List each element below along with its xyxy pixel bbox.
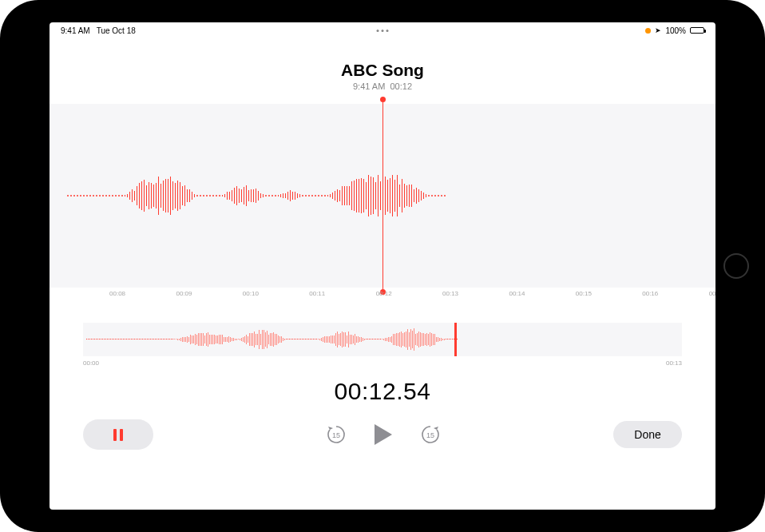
recording-title[interactable]: ABC Song bbox=[50, 61, 715, 80]
done-button[interactable]: Done bbox=[613, 421, 682, 448]
ruler-tick: 00:16 bbox=[642, 290, 658, 297]
pause-record-button[interactable] bbox=[83, 419, 153, 450]
ruler-tick: 00:10 bbox=[243, 290, 259, 297]
overview-end-label: 00:13 bbox=[666, 359, 682, 367]
ipad-frame: 9:41 AM Tue Oct 18 ➤ 100% ABC Song 9:41 … bbox=[0, 0, 765, 532]
waveform-overview[interactable] bbox=[83, 323, 682, 356]
battery-icon bbox=[690, 27, 704, 34]
playback-controls: 15 15 Done bbox=[50, 405, 715, 469]
ruler-tick: 00:12 bbox=[376, 290, 392, 297]
status-date: Tue Oct 18 bbox=[97, 26, 136, 35]
svg-text:15: 15 bbox=[332, 431, 340, 439]
skip-forward-icon: 15 bbox=[419, 423, 442, 446]
ruler-tick: 00:17 bbox=[709, 290, 715, 297]
done-label: Done bbox=[634, 428, 660, 441]
ruler-tick: 00:09 bbox=[176, 290, 192, 297]
status-time: 9:41 AM bbox=[61, 26, 90, 35]
home-button[interactable] bbox=[723, 253, 749, 279]
skip-back-icon: 15 bbox=[325, 423, 347, 446]
ruler-tick: 07 bbox=[50, 290, 50, 297]
pause-icon bbox=[113, 429, 123, 441]
overview-start-label: 00:00 bbox=[83, 359, 99, 367]
ruler-tick: 00:14 bbox=[509, 290, 525, 297]
svg-text:15: 15 bbox=[426, 431, 434, 439]
play-button[interactable] bbox=[375, 424, 392, 445]
play-icon bbox=[375, 424, 392, 445]
skip-forward-15-button[interactable]: 15 bbox=[419, 423, 442, 446]
skip-back-15-button[interactable]: 15 bbox=[325, 423, 347, 446]
ruler-tick: 00:15 bbox=[576, 290, 592, 297]
recording-header: ABC Song 9:41 AM 00:12 bbox=[50, 38, 715, 104]
time-ruler: 0700:0800:0900:1000:1100:1200:1300:1400:… bbox=[50, 288, 715, 304]
recording-indicator-icon bbox=[645, 28, 651, 34]
waveform-main[interactable] bbox=[50, 104, 715, 288]
screen: 9:41 AM Tue Oct 18 ➤ 100% ABC Song 9:41 … bbox=[50, 22, 715, 510]
multitask-indicator[interactable] bbox=[377, 30, 389, 32]
location-icon: ➤ bbox=[655, 26, 661, 34]
playhead[interactable] bbox=[382, 99, 383, 292]
ruler-tick: 00:08 bbox=[109, 290, 125, 297]
recording-subtitle: 9:41 AM 00:12 bbox=[50, 81, 715, 91]
status-bar: 9:41 AM Tue Oct 18 ➤ 100% bbox=[50, 22, 715, 38]
elapsed-timer: 00:12.54 bbox=[50, 378, 715, 405]
ruler-tick: 00:13 bbox=[442, 290, 458, 297]
ruler-tick: 00:11 bbox=[309, 290, 325, 297]
overview-playhead[interactable] bbox=[454, 323, 457, 356]
battery-percentage: 100% bbox=[665, 26, 686, 35]
